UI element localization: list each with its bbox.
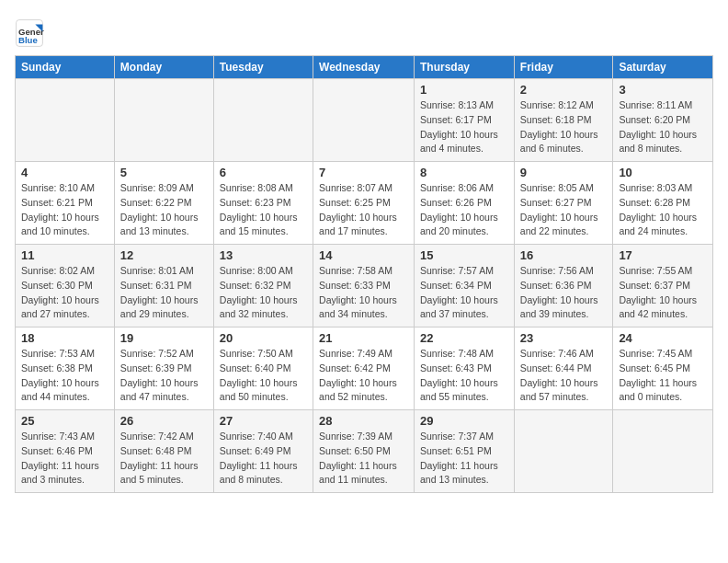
header-sunday: Sunday — [16, 56, 115, 79]
day-number: 5 — [120, 166, 208, 179]
calendar-cell: 14Sunrise: 7:58 AMSunset: 6:33 PMDayligh… — [313, 245, 415, 327]
day-info: Sunrise: 8:07 AMSunset: 6:25 PMDaylight:… — [319, 181, 408, 239]
calendar-cell: 8Sunrise: 8:06 AMSunset: 6:26 PMDaylight… — [415, 162, 515, 245]
day-info: Sunrise: 7:42 AMSunset: 6:48 PMDaylight:… — [120, 430, 208, 488]
day-info: Sunrise: 8:01 AMSunset: 6:31 PMDaylight:… — [120, 264, 208, 322]
day-number: 2 — [520, 83, 608, 97]
calendar-cell: 19Sunrise: 7:52 AMSunset: 6:39 PMDayligh… — [114, 327, 213, 410]
calendar-cell: 29Sunrise: 7:37 AMSunset: 6:51 PMDayligh… — [415, 410, 515, 493]
day-number: 14 — [319, 248, 408, 262]
day-info: Sunrise: 8:11 AMSunset: 6:20 PMDaylight:… — [619, 98, 707, 156]
calendar-cell: 7Sunrise: 8:07 AMSunset: 6:25 PMDaylight… — [313, 162, 415, 245]
calendar-cell: 24Sunrise: 7:45 AMSunset: 6:45 PMDayligh… — [613, 327, 713, 410]
calendar-cell: 9Sunrise: 8:05 AMSunset: 6:27 PMDaylight… — [514, 162, 613, 245]
day-number: 22 — [420, 331, 508, 345]
day-info: Sunrise: 8:12 AMSunset: 6:18 PMDaylight:… — [520, 98, 608, 156]
calendar-cell: 26Sunrise: 7:42 AMSunset: 6:48 PMDayligh… — [114, 410, 213, 493]
day-info: Sunrise: 7:58 AMSunset: 6:33 PMDaylight:… — [319, 264, 408, 322]
calendar-cell: 4Sunrise: 8:10 AMSunset: 6:21 PMDaylight… — [16, 162, 115, 245]
calendar-cell: 27Sunrise: 7:40 AMSunset: 6:49 PMDayligh… — [213, 410, 313, 493]
week-row-4: 25Sunrise: 7:43 AMSunset: 6:46 PMDayligh… — [16, 410, 713, 493]
calendar-cell — [313, 79, 415, 162]
calendar-cell: 12Sunrise: 8:01 AMSunset: 6:31 PMDayligh… — [114, 245, 213, 327]
calendar-cell: 23Sunrise: 7:46 AMSunset: 6:44 PMDayligh… — [514, 327, 613, 410]
day-number: 20 — [220, 331, 307, 345]
day-info: Sunrise: 7:50 AMSunset: 6:40 PMDaylight:… — [220, 347, 307, 405]
day-info: Sunrise: 8:10 AMSunset: 6:21 PMDaylight:… — [21, 181, 108, 239]
calendar-cell: 3Sunrise: 8:11 AMSunset: 6:20 PMDaylight… — [613, 79, 713, 162]
day-info: Sunrise: 8:05 AMSunset: 6:27 PMDaylight:… — [520, 181, 608, 239]
calendar-cell — [514, 410, 613, 493]
calendar-cell: 6Sunrise: 8:08 AMSunset: 6:23 PMDaylight… — [213, 162, 313, 245]
day-number: 11 — [21, 248, 108, 262]
day-info: Sunrise: 7:40 AMSunset: 6:49 PMDaylight:… — [220, 430, 307, 488]
day-info: Sunrise: 7:39 AMSunset: 6:50 PMDaylight:… — [319, 430, 408, 488]
day-number: 13 — [220, 248, 307, 262]
day-info: Sunrise: 8:00 AMSunset: 6:32 PMDaylight:… — [220, 264, 307, 322]
week-row-2: 11Sunrise: 8:02 AMSunset: 6:30 PMDayligh… — [16, 245, 713, 327]
day-number: 15 — [420, 248, 508, 262]
day-number: 7 — [319, 166, 408, 179]
calendar-cell: 28Sunrise: 7:39 AMSunset: 6:50 PMDayligh… — [313, 410, 415, 493]
header-friday: Friday — [514, 56, 613, 79]
calendar-cell — [114, 79, 213, 162]
day-info: Sunrise: 8:09 AMSunset: 6:22 PMDaylight:… — [120, 181, 208, 239]
day-number: 21 — [319, 331, 408, 345]
logo: General Blue — [15, 18, 48, 48]
calendar-cell: 20Sunrise: 7:50 AMSunset: 6:40 PMDayligh… — [213, 327, 313, 410]
calendar-cell — [613, 410, 713, 493]
header-monday: Monday — [114, 56, 213, 79]
day-info: Sunrise: 7:56 AMSunset: 6:36 PMDaylight:… — [520, 264, 608, 322]
week-row-3: 18Sunrise: 7:53 AMSunset: 6:38 PMDayligh… — [16, 327, 713, 410]
calendar-cell: 22Sunrise: 7:48 AMSunset: 6:43 PMDayligh… — [415, 327, 515, 410]
day-info: Sunrise: 7:55 AMSunset: 6:37 PMDaylight:… — [619, 264, 707, 322]
calendar-cell: 13Sunrise: 8:00 AMSunset: 6:32 PMDayligh… — [213, 245, 313, 327]
week-row-0: 1Sunrise: 8:13 AMSunset: 6:17 PMDaylight… — [16, 79, 713, 162]
calendar-table: SundayMondayTuesdayWednesdayThursdayFrid… — [15, 55, 713, 493]
day-info: Sunrise: 8:02 AMSunset: 6:30 PMDaylight:… — [21, 264, 108, 322]
day-info: Sunrise: 7:49 AMSunset: 6:42 PMDaylight:… — [319, 347, 408, 405]
day-number: 16 — [520, 248, 608, 262]
day-number: 1 — [420, 83, 508, 97]
calendar-cell: 17Sunrise: 7:55 AMSunset: 6:37 PMDayligh… — [613, 245, 713, 327]
calendar-cell: 21Sunrise: 7:49 AMSunset: 6:42 PMDayligh… — [313, 327, 415, 410]
day-number: 9 — [520, 166, 608, 179]
calendar-cell: 5Sunrise: 8:09 AMSunset: 6:22 PMDaylight… — [114, 162, 213, 245]
day-number: 24 — [619, 331, 707, 345]
calendar-cell: 15Sunrise: 7:57 AMSunset: 6:34 PMDayligh… — [415, 245, 515, 327]
day-info: Sunrise: 7:43 AMSunset: 6:46 PMDaylight:… — [21, 430, 108, 488]
calendar-cell: 16Sunrise: 7:56 AMSunset: 6:36 PMDayligh… — [514, 245, 613, 327]
week-row-1: 4Sunrise: 8:10 AMSunset: 6:21 PMDaylight… — [16, 162, 713, 245]
calendar-cell: 10Sunrise: 8:03 AMSunset: 6:28 PMDayligh… — [613, 162, 713, 245]
day-info: Sunrise: 7:52 AMSunset: 6:39 PMDaylight:… — [120, 347, 208, 405]
day-number: 4 — [21, 166, 108, 179]
day-info: Sunrise: 7:57 AMSunset: 6:34 PMDaylight:… — [420, 264, 508, 322]
page-header: General Blue — [15, 15, 713, 48]
day-number: 19 — [120, 331, 208, 345]
day-info: Sunrise: 8:03 AMSunset: 6:28 PMDaylight:… — [619, 181, 707, 239]
day-info: Sunrise: 7:48 AMSunset: 6:43 PMDaylight:… — [420, 347, 508, 405]
day-info: Sunrise: 8:08 AMSunset: 6:23 PMDaylight:… — [220, 181, 307, 239]
calendar-cell: 25Sunrise: 7:43 AMSunset: 6:46 PMDayligh… — [16, 410, 115, 493]
calendar-cell: 2Sunrise: 8:12 AMSunset: 6:18 PMDaylight… — [514, 79, 613, 162]
logo-icon: General Blue — [15, 18, 44, 48]
day-info: Sunrise: 7:37 AMSunset: 6:51 PMDaylight:… — [420, 430, 508, 488]
day-number: 28 — [319, 414, 408, 428]
day-number: 6 — [220, 166, 307, 179]
header-thursday: Thursday — [415, 56, 515, 79]
day-number: 17 — [619, 248, 707, 262]
day-number: 26 — [120, 414, 208, 428]
header-tuesday: Tuesday — [213, 56, 313, 79]
day-number: 25 — [21, 414, 108, 428]
calendar-cell — [213, 79, 313, 162]
calendar-cell: 11Sunrise: 8:02 AMSunset: 6:30 PMDayligh… — [16, 245, 115, 327]
day-number: 29 — [420, 414, 508, 428]
calendar-cell — [16, 79, 115, 162]
calendar-cell: 1Sunrise: 8:13 AMSunset: 6:17 PMDaylight… — [415, 79, 515, 162]
day-info: Sunrise: 7:45 AMSunset: 6:45 PMDaylight:… — [619, 347, 707, 405]
day-number: 10 — [619, 166, 707, 179]
day-info: Sunrise: 8:06 AMSunset: 6:26 PMDaylight:… — [420, 181, 508, 239]
day-info: Sunrise: 7:53 AMSunset: 6:38 PMDaylight:… — [21, 347, 108, 405]
header-wednesday: Wednesday — [313, 56, 415, 79]
day-number: 3 — [619, 83, 707, 97]
